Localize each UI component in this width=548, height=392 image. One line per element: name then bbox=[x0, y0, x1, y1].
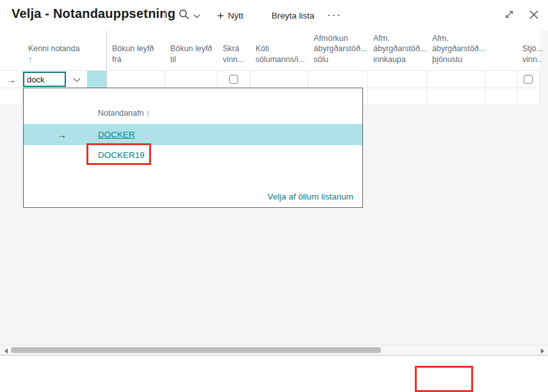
grid-header-row: Kenni notanda ↑ Bókun leyfð frá Bókun le… bbox=[0, 31, 540, 71]
close-button[interactable] bbox=[529, 10, 539, 22]
more-actions-button[interactable]: ··· bbox=[327, 9, 342, 22]
column-header-bokun-leyfd-fra[interactable]: Bókun leyfð frá bbox=[107, 31, 165, 70]
cell-afm-thjonustu[interactable] bbox=[427, 71, 485, 88]
cell-afm-innkaupa[interactable] bbox=[368, 71, 427, 88]
stjo-vinn-checkbox[interactable] bbox=[524, 75, 533, 84]
empty-cell[interactable] bbox=[485, 88, 517, 105]
column-header-afm-innkaupa[interactable]: Afm. ábyrgðarstöð... innkaupa bbox=[368, 31, 427, 70]
chevron-down-icon bbox=[193, 11, 200, 20]
expand-button[interactable] bbox=[504, 9, 515, 22]
scroll-right-button[interactable] bbox=[539, 348, 545, 354]
plus-icon: + bbox=[217, 10, 224, 22]
dialog-title-bar: Velja - Notandauppsetning + Nýtt Breyta … bbox=[0, 0, 548, 31]
search-icon bbox=[179, 9, 189, 22]
new-button[interactable]: + Nýtt bbox=[217, 10, 243, 22]
scroll-left-icon bbox=[4, 349, 8, 354]
kenni-notanda-input[interactable] bbox=[23, 72, 66, 87]
cell-koti-solumanns[interactable] bbox=[250, 71, 309, 88]
cell-afmorkun-solu[interactable] bbox=[309, 71, 368, 88]
empty-cell[interactable] bbox=[427, 88, 485, 105]
dropdown-option-docker19[interactable]: DOCKER19 bbox=[24, 145, 362, 165]
row-marker-arrow-icon: → bbox=[6, 74, 16, 85]
search-button[interactable] bbox=[179, 9, 200, 22]
row-selector-cell[interactable]: → bbox=[0, 71, 23, 88]
column-header-empty bbox=[485, 31, 517, 70]
empty-cell[interactable] bbox=[517, 88, 540, 105]
dropdown-option-link[interactable]: DOCKER bbox=[98, 130, 135, 139]
dropdown-chevron-icon bbox=[73, 75, 81, 84]
toolbar-separator bbox=[165, 8, 166, 22]
cell-skra-vinn bbox=[218, 71, 250, 88]
column-header-skra-vinn[interactable]: Skrá vinn... bbox=[218, 31, 250, 70]
new-button-label: Nýtt bbox=[228, 11, 243, 20]
dialog-footer: Í lagi Hætta við bbox=[0, 356, 548, 392]
page-title: Velja - Notandauppsetning bbox=[12, 6, 175, 21]
selected-option-arrow-icon: → bbox=[57, 129, 67, 140]
lookup-dropdown-panel: Notandanafn ↑ → DOCKER DOCKER19 Velja af… bbox=[23, 88, 363, 208]
column-header-kenni-notanda[interactable]: Kenni notanda ↑ bbox=[23, 31, 107, 70]
scrollbar-thumb[interactable] bbox=[11, 347, 381, 353]
skra-vinn-checkbox[interactable] bbox=[229, 75, 238, 84]
frozen-pane-divider bbox=[106, 31, 107, 88]
close-icon bbox=[529, 12, 539, 22]
select-from-full-list-link[interactable]: Velja af öllum listanum bbox=[268, 192, 353, 201]
window-controls bbox=[504, 0, 539, 31]
cell-kenni-notanda bbox=[23, 71, 107, 88]
dropdown-option-docker[interactable]: → DOCKER bbox=[24, 124, 362, 145]
expand-icon bbox=[504, 12, 515, 22]
empty-cell[interactable] bbox=[368, 88, 427, 105]
cell-empty[interactable] bbox=[485, 71, 517, 88]
cell-selection-highlight bbox=[87, 71, 106, 88]
grid-edit-row: → bbox=[0, 71, 540, 88]
column-header-selector bbox=[0, 31, 23, 70]
row-selector-cell[interactable] bbox=[0, 88, 23, 105]
column-header-afm-thjonustu[interactable]: Afm. ábyrgðarstöð... þjónustu bbox=[427, 31, 485, 70]
scroll-right-icon bbox=[541, 349, 544, 354]
dropdown-column-header: Notandanafn ↑ bbox=[98, 109, 150, 118]
dropdown-option-link[interactable]: DOCKER19 bbox=[98, 150, 145, 160]
cell-bokun-leyfd-fra[interactable] bbox=[107, 71, 165, 88]
cell-bokun-leyfd-til[interactable] bbox=[165, 71, 218, 88]
column-header-koti-solumanns[interactable]: Kóti sölumanns/i... bbox=[250, 31, 309, 70]
scroll-left-button[interactable] bbox=[3, 348, 9, 354]
horizontal-scrollbar bbox=[0, 345, 548, 356]
edit-list-button[interactable]: Breyta lista bbox=[271, 11, 314, 20]
action-toolbar: + Nýtt Breyta lista ··· bbox=[165, 0, 342, 31]
column-header-afmorkun-solu[interactable]: Afmörkun ábyrgðarstöð... sölu bbox=[309, 31, 368, 70]
lookup-dropdown-button[interactable] bbox=[66, 71, 87, 88]
cell-stjo-vinn bbox=[517, 71, 540, 88]
column-header-stjo-vinn[interactable]: Stjó... vinn.. bbox=[517, 31, 540, 70]
column-header-bokun-leyfd-til[interactable]: Bókun leyfð til bbox=[165, 31, 218, 70]
